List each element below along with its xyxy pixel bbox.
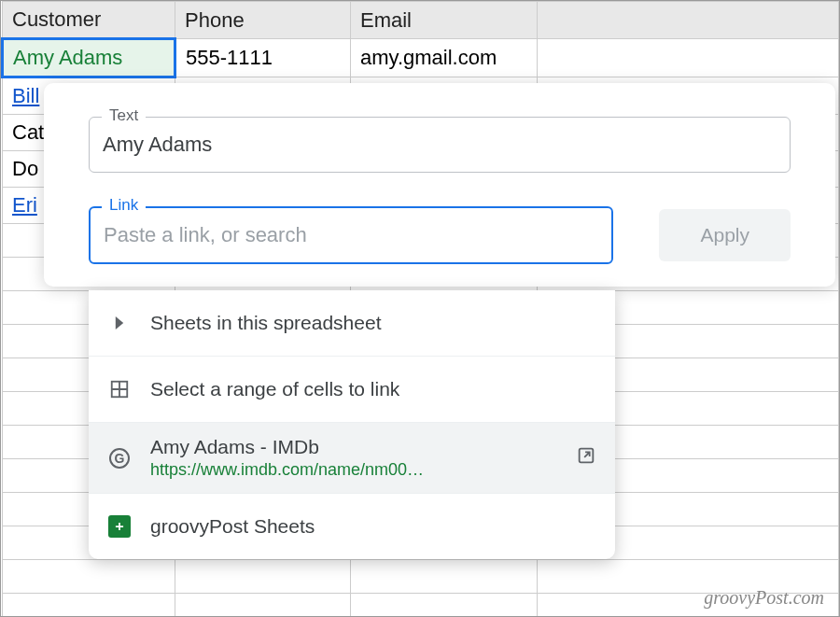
chevron-right-icon (107, 311, 132, 335)
cell[interactable] (351, 560, 538, 594)
dropdown-item-label: Sheets in this spreadsheet (150, 312, 382, 334)
google-search-icon: G (107, 446, 132, 470)
column-header-email[interactable]: Email (351, 2, 538, 39)
cell-customer-1[interactable]: Amy Adams (3, 39, 175, 77)
cell[interactable] (175, 560, 351, 594)
search-result-title: Amy Adams - IMDb (150, 436, 567, 458)
cell-email-1[interactable]: amy.gmail.com (351, 39, 538, 77)
dropdown-sheets-in-spreadsheet[interactable]: Sheets in this spreadsheet (89, 290, 615, 356)
dropdown-item-label: groovyPost Sheets (150, 515, 315, 538)
dropdown-existing-sheet[interactable]: groovyPost Sheets (89, 493, 615, 559)
sheets-file-icon (107, 514, 132, 539)
link-url-input[interactable] (89, 206, 613, 264)
cell[interactable] (351, 594, 538, 618)
dropdown-search-result[interactable]: G Amy Adams - IMDb https://www.imdb.com/… (89, 422, 615, 493)
column-header-blank[interactable] (538, 2, 839, 39)
column-header-customer[interactable]: Customer (3, 2, 175, 39)
cell-phone-1[interactable]: 555-1111 (175, 39, 351, 77)
text-field-label: Text (102, 106, 146, 125)
link-field-label: Link (102, 196, 146, 215)
search-result-url: https://www.imdb.com/name/nm00… (150, 460, 567, 480)
cell[interactable] (3, 594, 175, 618)
column-header-phone[interactable]: Phone (175, 2, 351, 39)
dropdown-select-range[interactable]: Select a range of cells to link (89, 356, 615, 422)
grid-icon (107, 377, 132, 401)
svg-text:G: G (115, 451, 125, 466)
cell[interactable] (3, 560, 175, 594)
link-text-input[interactable] (89, 117, 791, 173)
cell[interactable] (175, 594, 351, 618)
cell-blank[interactable] (538, 39, 839, 77)
link-editor-popup: Text Link Apply (44, 83, 835, 287)
open-new-tab-icon[interactable] (576, 445, 596, 470)
apply-button[interactable]: Apply (659, 209, 791, 261)
table-row[interactable]: Amy Adams 555-1111 amy.gmail.com (3, 39, 839, 77)
link-suggestions-dropdown: Sheets in this spreadsheet Select a rang… (89, 290, 615, 559)
watermark: groovyPost.com (704, 587, 824, 609)
dropdown-item-label: Select a range of cells to link (150, 378, 399, 400)
